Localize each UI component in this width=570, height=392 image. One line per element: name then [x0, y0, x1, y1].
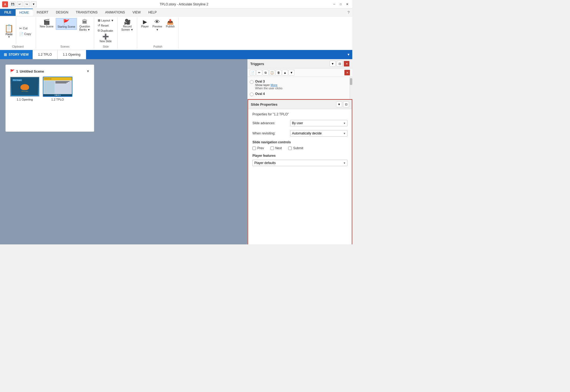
- slide-tab-tplo[interactable]: 1.2 TPLO: [33, 50, 57, 59]
- copy-label: Copy: [24, 32, 31, 35]
- tabs-dropdown[interactable]: ▼: [347, 53, 352, 56]
- triggers-scrollbar[interactable]: [350, 77, 352, 99]
- scene-number: 1: [16, 69, 18, 73]
- slide-thumb-tplo[interactable]: Check it out:: [43, 77, 72, 101]
- app-logo: A: [2, 1, 8, 7]
- layout-label: Layout: [101, 19, 110, 22]
- new-slide-icon: ➕: [102, 34, 109, 39]
- dot1: [55, 95, 56, 96]
- slide-tab-opening[interactable]: 1.1 Opening: [58, 50, 86, 59]
- triggers-close-btn[interactable]: ✕: [344, 61, 350, 67]
- app-title: TPLO.story - Articulate Storyline 2: [37, 2, 331, 6]
- story-view-label: STORY VIEW: [9, 53, 29, 56]
- layout-button[interactable]: ▦ Layout ▼: [96, 18, 115, 23]
- tab-insert[interactable]: INSERT: [33, 9, 52, 16]
- slide-group-label: Slide: [96, 45, 115, 48]
- tab-transitions[interactable]: TRANSITIONS: [72, 9, 101, 16]
- duplicate-button[interactable]: ⧉ Duplicate: [96, 28, 114, 33]
- trigger-new-btn[interactable]: 📄: [250, 70, 256, 76]
- trigger-oval3-action-text: Show layer: [255, 83, 270, 87]
- nav-controls-title: Slide navigation controls: [252, 140, 347, 144]
- nav-next-check[interactable]: Next: [270, 146, 282, 150]
- trigger-delete-btn[interactable]: 🗑: [276, 70, 282, 76]
- triggers-list-container: Oval 3 Show layer More When the user cli…: [248, 77, 352, 99]
- undo-icon[interactable]: ↩: [17, 1, 23, 7]
- trigger-oval4-name: Oval 4: [255, 92, 265, 96]
- trigger-up-btn[interactable]: ▲: [282, 70, 288, 76]
- slide-props-undock-btn[interactable]: ⊡: [343, 101, 349, 107]
- trigger-oval3-link[interactable]: More: [270, 83, 277, 87]
- trigger-oval3-action: Show layer More: [255, 83, 282, 87]
- triggers-undock-btn[interactable]: ⊡: [337, 61, 343, 67]
- record-screen-icon: 🎥: [124, 19, 131, 24]
- publish-button[interactable]: 📤 Publish: [164, 18, 176, 29]
- restore-btn[interactable]: □: [338, 1, 344, 7]
- publish-icon: 📤: [167, 19, 174, 24]
- slide2-preview: Check it out:: [43, 77, 72, 96]
- nav-prev-check[interactable]: Prev: [252, 146, 264, 150]
- nav-submit-label: Submit: [293, 146, 303, 150]
- nav-submit-checkbox[interactable]: [288, 147, 292, 150]
- trigger-oval4-radio[interactable]: [250, 92, 254, 96]
- slide-props-content: Properties for "1.2 TPLO" Slide advances…: [248, 109, 352, 169]
- close-btn[interactable]: ✕: [344, 1, 350, 7]
- triggers-collapse-btn[interactable]: ▼: [330, 61, 336, 67]
- scene-dropdown-icon[interactable]: ▼: [86, 69, 90, 73]
- scenes-group-label: Scenes: [38, 45, 92, 48]
- preview-button[interactable]: 👁 Preview▼: [151, 18, 164, 33]
- tab-home[interactable]: HOME: [16, 9, 33, 16]
- starting-scene-button[interactable]: 🚩 Starting Scene: [56, 18, 77, 30]
- dot4: [59, 95, 61, 96]
- record-screen-button[interactable]: 🎥 RecordScreen ▼: [120, 18, 135, 33]
- new-scene-button[interactable]: 🎬 New Scene: [38, 18, 55, 29]
- player-button[interactable]: ▶ Player: [139, 18, 150, 29]
- clipboard-items: 📋 Paste ▼ ✂ Cut 📄 Copy: [2, 18, 34, 44]
- tab-design[interactable]: DESIGN: [52, 9, 72, 16]
- trigger-edit-btn[interactable]: ✏: [256, 70, 262, 76]
- nav-checkboxes: Prev Next Submit: [252, 146, 347, 150]
- tab-help[interactable]: HELP: [145, 9, 160, 16]
- paste-label: Paste: [6, 33, 13, 36]
- minimize-btn[interactable]: ─: [331, 1, 337, 7]
- help-icon[interactable]: ?: [345, 9, 352, 16]
- trigger-down-btn[interactable]: ▼: [288, 70, 294, 76]
- slide-advances-label: Slide advances:: [252, 121, 290, 125]
- trigger-oval4-info: Oval 4: [255, 92, 265, 96]
- slide-advances-select-wrapper: By user Automatically ▼: [290, 120, 347, 126]
- nav-prev-checkbox[interactable]: [252, 147, 256, 150]
- scene-flag-icon: 🚩: [10, 69, 15, 73]
- redo-icon[interactable]: ↪: [24, 1, 30, 7]
- trigger-paste-btn[interactable]: 📋: [269, 70, 275, 76]
- save-icon[interactable]: 💾: [10, 1, 16, 7]
- ribbon-content: 📋 Paste ▼ ✂ Cut 📄 Copy Clipboard: [0, 16, 352, 50]
- dropdown-icon[interactable]: ▼: [31, 1, 37, 7]
- tab-view[interactable]: VIEW: [129, 9, 145, 16]
- cut-button[interactable]: ✂ Cut: [18, 26, 33, 31]
- when-revisiting-select[interactable]: Automatically decide Reset to initial st…: [290, 130, 347, 137]
- new-scene-label: New Scene: [40, 25, 54, 28]
- tab-animations[interactable]: ANIMATIONS: [101, 9, 129, 16]
- slide-items: ▦ Layout ▼ ↺ Reset ⧉ Duplicate: [96, 18, 115, 33]
- question-banks-icon: 🏛: [82, 19, 87, 24]
- paste-button[interactable]: 📋 Paste ▼: [2, 18, 16, 44]
- preview-label: Preview▼: [153, 25, 162, 31]
- nav-next-checkbox[interactable]: [270, 147, 274, 150]
- trigger-copy-btn[interactable]: ⧉: [263, 70, 269, 76]
- triggers-panel-header: Triggers ▼ ⊡ ✕: [248, 59, 352, 69]
- trigger-oval3-radio[interactable]: [250, 80, 254, 84]
- slide-props-collapse-btn[interactable]: ▼: [336, 101, 342, 107]
- ribbon-group-slide: ▦ Layout ▼ ↺ Reset ⧉ Duplicate ➕ New Sli…: [94, 17, 118, 49]
- slide-thumb-opening[interactable]: TPLO Surgery TPLO Surgery 1.1 Opening: [10, 77, 40, 101]
- question-banks-button[interactable]: 🏛 QuestionBanks ▼: [78, 18, 92, 33]
- trigger-close-btn[interactable]: ✕: [344, 70, 350, 76]
- new-slide-button[interactable]: ➕ New Slide: [98, 33, 113, 44]
- tab-file[interactable]: FILE: [0, 9, 16, 16]
- slide-props-header: Slide Properties ▼ ⊡: [248, 100, 352, 109]
- story-view-tab[interactable]: ⊞ STORY VIEW: [0, 50, 33, 59]
- player-features-select[interactable]: Player defaults Custom for this slide: [252, 160, 347, 166]
- nav-submit-check[interactable]: Submit: [288, 146, 303, 150]
- slide-advances-select[interactable]: By user Automatically: [290, 120, 347, 126]
- reset-button[interactable]: ↺ Reset: [96, 23, 110, 28]
- reset-label: Reset: [101, 24, 109, 27]
- copy-button[interactable]: 📄 Copy: [18, 31, 33, 37]
